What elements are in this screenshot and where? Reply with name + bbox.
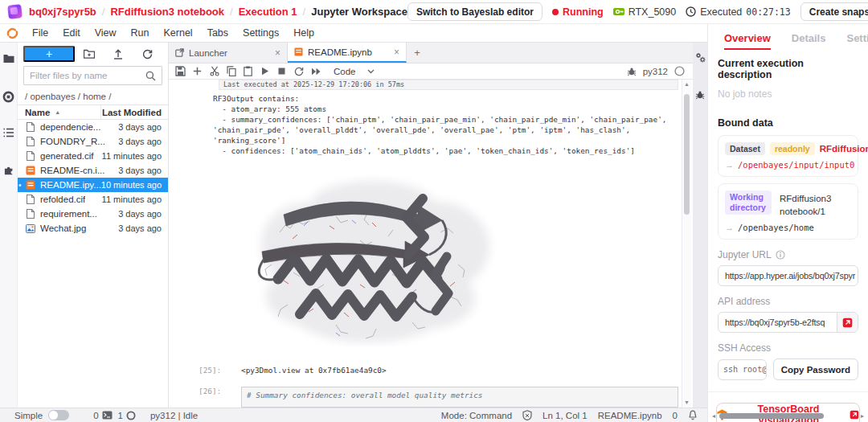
tab-close-icon[interactable]: ×	[394, 47, 399, 58]
info-icon[interactable]	[776, 250, 785, 260]
dataset-path-link[interactable]: /openbayes/input/input0	[738, 160, 854, 170]
cell-26-code-editor[interactable]: # Summary confidences: overall model qua…	[241, 387, 678, 408]
debugger-icon[interactable]	[627, 67, 637, 76]
debugger-panel-icon[interactable]	[695, 90, 705, 100]
menu-file[interactable]: File	[25, 27, 55, 39]
scroll-left-icon[interactable]: ◂	[710, 412, 718, 420]
tab-close-icon[interactable]: ×	[275, 47, 280, 59]
extension-manager-tab-icon[interactable]	[0, 160, 18, 197]
insert-cell-button[interactable]	[189, 64, 206, 79]
scroll-up-icon[interactable]: ▲	[684, 80, 690, 89]
kernels-count[interactable]: 1	[118, 411, 136, 420]
jupyterlab-workspace: File Edit View Run Kernel Tabs Settings …	[0, 24, 707, 422]
activity-bar	[0, 43, 18, 408]
executed-time: 00:27:13	[746, 6, 790, 18]
brand-logo-icon[interactable]	[7, 4, 23, 19]
terminals-count[interactable]: 0	[93, 411, 112, 420]
api-address-label: API address	[718, 296, 770, 307]
scroll-right-icon[interactable]: ▸	[858, 412, 866, 420]
menu-kernel[interactable]: Kernel	[157, 27, 200, 39]
api-address-field[interactable]: https://bq0xj7spyr5b-e2ftsq	[718, 312, 858, 333]
interrupt-kernel-button[interactable]	[273, 64, 290, 79]
command-mode-indicator[interactable]: Mode: Command	[441, 411, 512, 420]
hscrollbar-thumb[interactable]	[719, 413, 824, 419]
file-browser-breadcrumb[interactable]: / openbayes / home /	[18, 88, 168, 104]
jupyter-url-field[interactable]: https://app.hyper.ai/jobs/bq0xj7spyr	[718, 265, 858, 286]
property-inspector-icon[interactable]	[695, 52, 706, 63]
tab-readme-notebook[interactable]: README.ipynb ×	[288, 43, 407, 63]
cut-cells-button[interactable]	[206, 64, 223, 79]
new-launcher-button[interactable]: +	[23, 46, 75, 62]
bell-icon[interactable]	[688, 410, 698, 420]
tab-overview[interactable]: Overview	[724, 32, 771, 50]
scroll-down-icon[interactable]: ▼	[684, 398, 690, 408]
simple-mode-toggle[interactable]	[48, 410, 69, 420]
file-icon	[25, 209, 35, 219]
cell-26[interactable]: [26]: # Summary confidences: overall mod…	[169, 387, 678, 408]
image-file-icon	[25, 224, 35, 233]
file-row[interactable]: FOUNDRY_R... 3 days ago	[18, 134, 168, 149]
file-row[interactable]: Wechat.jpg 3 days ago	[18, 221, 168, 236]
dataset-name-link[interactable]: RFdiffusion3	[820, 144, 868, 154]
save-button[interactable]	[172, 64, 189, 79]
file-filter-box	[23, 66, 162, 85]
menu-settings[interactable]: Settings	[235, 27, 286, 39]
upload-button[interactable]	[104, 49, 133, 59]
column-name[interactable]: Name ▲	[18, 108, 100, 117]
create-snapshot-button[interactable]: Create snapshot	[800, 2, 868, 21]
execution-info-bar[interactable]: Last executed at 2025-12-29 17:20:06 in …	[219, 80, 678, 90]
breadcrumb-project[interactable]: bq0xj7spyr5b	[29, 6, 96, 18]
copy-password-button[interactable]: Copy Password	[773, 358, 858, 380]
file-row[interactable]: dependencie... 3 days ago	[18, 120, 168, 134]
table-of-contents-tab-icon[interactable]	[0, 123, 18, 160]
file-row[interactable]: refolded.cif 11 minutes ago	[18, 192, 168, 207]
working-directory-path[interactable]: /openbayes/home	[738, 223, 814, 232]
cell-type-select[interactable]: Code	[334, 67, 375, 76]
restart-run-all-button[interactable]	[307, 64, 324, 79]
file-browser-tab-icon[interactable]	[0, 49, 18, 86]
breadcrumb-notebook[interactable]: RFdiffusion3 notebook	[110, 6, 224, 18]
kernel-status-icon[interactable]	[674, 66, 685, 76]
panel-horizontal-scrollbar[interactable]: ◂ ▸	[710, 412, 866, 420]
copy-cells-button[interactable]	[223, 64, 240, 79]
ssh-command-field[interactable]: ssh root@ssh.	[718, 359, 767, 380]
breadcrumb-workspace: Jupyter Workspace	[311, 6, 407, 18]
trust-shield-icon[interactable]	[522, 410, 532, 420]
paste-cells-button[interactable]	[240, 64, 256, 79]
menu-run[interactable]: Run	[124, 27, 157, 39]
notifications-count[interactable]: 0	[673, 411, 678, 420]
breadcrumb-execution[interactable]: Execution 1	[239, 6, 297, 18]
kernel-name[interactable]: py312	[643, 67, 668, 76]
restart-kernel-button[interactable]	[290, 64, 307, 79]
file-list: dependencie... 3 days ago FOUNDRY_R... 3…	[18, 120, 168, 408]
notebook-content[interactable]: Last executed at 2025-12-29 17:20:06 in …	[169, 80, 693, 408]
menu-help[interactable]: Help	[286, 27, 321, 39]
tab-settings[interactable]: Settings	[846, 32, 868, 50]
kernel-status-text[interactable]: py312 | Idle	[150, 411, 198, 420]
active-filename[interactable]: README.ipynb	[598, 411, 662, 420]
protein-structure-view[interactable]	[240, 176, 505, 346]
file-row[interactable]: generated.cif 11 minutes ago	[18, 149, 168, 163]
menu-tabs[interactable]: Tabs	[200, 27, 235, 39]
new-tab-button[interactable]: +	[407, 43, 428, 63]
refresh-button[interactable]	[133, 49, 162, 59]
cursor-position[interactable]: Ln 1, Col 1	[542, 411, 588, 420]
scrollbar-thumb[interactable]	[684, 94, 690, 215]
tab-launcher[interactable]: Launcher ×	[169, 43, 288, 63]
status-bar: Simple 0 1 py312 | Idle Mode: Command	[0, 408, 707, 422]
file-row[interactable]: requirement... 3 days ago	[18, 207, 168, 221]
switch-editor-button[interactable]: Switch to Bayeslab editor	[407, 2, 542, 21]
cell-25[interactable]: [25]: <py3Dmol.view at 0x7fb61ae4a9c0>	[169, 366, 678, 375]
running-kernels-tab-icon[interactable]	[0, 86, 18, 123]
tab-details[interactable]: Details	[792, 32, 826, 50]
file-row-selected[interactable]: • README.ipy... 10 minutes ago	[18, 178, 168, 192]
new-folder-button[interactable]	[75, 49, 104, 59]
notebook-scrollbar[interactable]: ▲ ▼	[682, 80, 691, 408]
file-row[interactable]: README-cn.i... 3 days ago	[18, 163, 168, 178]
open-api-button[interactable]	[837, 313, 858, 332]
column-last-modified[interactable]: Last Modified	[100, 105, 168, 119]
menu-edit[interactable]: Edit	[55, 27, 88, 39]
menu-view[interactable]: View	[88, 27, 124, 39]
run-cell-button[interactable]	[256, 64, 273, 79]
file-filter-input[interactable]	[30, 71, 145, 80]
